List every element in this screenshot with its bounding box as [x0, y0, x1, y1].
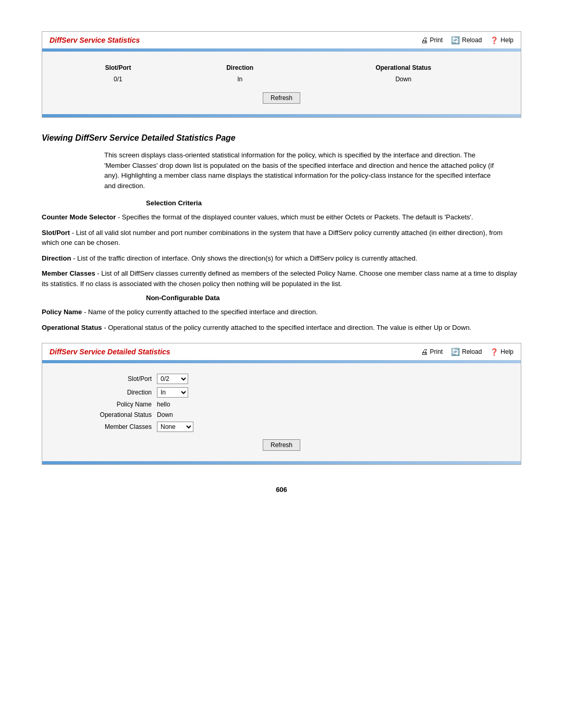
def-slot-port-term: Slot/Port	[42, 229, 70, 237]
panel1-title: DiffServ Service Statistics	[50, 36, 140, 44]
member-classes-value: None	[157, 422, 261, 432]
def-op-status: Operational Status - Operational status …	[42, 323, 521, 333]
section-description: This screen displays class-oriented stat…	[104, 150, 500, 191]
def-counter-mode-text: - Specifies the format of the displayed …	[116, 213, 473, 221]
def-policy-name: Policy Name - Name of the policy current…	[42, 307, 521, 317]
def-policy-name-text: - Name of the policy currently attached …	[82, 308, 317, 316]
panel1-help-label: Help	[500, 36, 513, 44]
non-configurable-heading: Non-Configurable Data	[146, 294, 521, 302]
cell-slot-port: 0/1	[58, 73, 178, 85]
stats-table: Slot/Port Direction Operational Status 0…	[58, 62, 505, 85]
panel1-reload-button[interactable]: Reload	[451, 36, 482, 44]
member-classes-label: Member Classes	[68, 423, 152, 430]
def-op-status-text: - Operational status of the policy curre…	[102, 324, 472, 331]
panel2-refresh-row: Refresh	[58, 439, 505, 451]
def-counter-mode-term: Counter Mode Selector	[42, 213, 116, 221]
panel2-content: Slot/Port 0/2 Direction In Policy Name h…	[42, 363, 521, 461]
slot-port-label: Slot/Port	[68, 375, 152, 382]
panel2-refresh-button[interactable]: Refresh	[263, 439, 300, 451]
section-container: Viewing DiffServ Service Detailed Statis…	[42, 133, 521, 332]
panel2-print-button[interactable]: Print	[421, 348, 443, 356]
col-operational-status: Operational Status	[301, 62, 505, 73]
def-slot-port-text: - List of all valid slot number and port…	[42, 229, 503, 247]
panel2-help-label: Help	[500, 348, 513, 355]
def-slot-port: Slot/Port - List of all valid slot numbe…	[42, 228, 521, 248]
policy-name-value: hello	[157, 401, 261, 408]
selection-criteria-heading: Selection Criteria	[146, 199, 521, 207]
reload-icon2	[451, 348, 460, 356]
operational-status-label: Operational Status	[68, 411, 152, 418]
def-member-classes-term: Member Classes	[42, 269, 95, 277]
panel1-help-button[interactable]: Help	[490, 36, 513, 44]
policy-name-label: Policy Name	[68, 401, 152, 408]
panel1-blue-bar-bottom	[42, 114, 521, 117]
def-op-status-term: Operational Status	[42, 324, 102, 331]
panel2-blue-bar-bottom	[42, 461, 521, 464]
operational-status-value: Down	[157, 411, 261, 418]
direction-label: Direction	[68, 389, 152, 396]
direction-select[interactable]: In	[157, 387, 188, 398]
help-icon	[490, 36, 498, 44]
panel2-title: DiffServ Service Detailed Statistics	[50, 348, 170, 356]
def-direction: Direction - List of the traffic directio…	[42, 253, 521, 264]
def-policy-name-term: Policy Name	[42, 308, 82, 316]
panel1-print-button[interactable]: Print	[421, 36, 443, 44]
reload-icon	[451, 36, 460, 44]
panel2-header: DiffServ Service Detailed Statistics Pri…	[42, 343, 521, 360]
panel1-refresh-row: Refresh	[58, 92, 505, 104]
panel2-reload-label: Reload	[462, 348, 482, 355]
def-member-classes: Member Classes - List of all DiffServ cl…	[42, 268, 521, 289]
print-icon	[421, 36, 428, 44]
cell-direction: In	[178, 73, 302, 85]
cell-op-status: Down	[301, 73, 505, 85]
def-direction-term: Direction	[42, 254, 71, 262]
table-row: 0/1 In Down	[58, 73, 505, 85]
panel2-print-label: Print	[430, 348, 443, 355]
direction-value: In	[157, 387, 261, 398]
panel1-toolbar: Print Reload Help	[421, 36, 513, 44]
panel2: DiffServ Service Detailed Statistics Pri…	[42, 343, 521, 465]
slot-port-value: 0/2	[157, 374, 261, 384]
print-icon2	[421, 348, 428, 356]
col-slot-port: Slot/Port	[58, 62, 178, 73]
help-icon2	[490, 348, 498, 356]
section-heading: Viewing DiffServ Service Detailed Statis…	[42, 133, 521, 143]
panel1-print-label: Print	[430, 36, 443, 44]
slot-port-select[interactable]: 0/2	[157, 374, 188, 384]
panel2-form: Slot/Port 0/2 Direction In Policy Name h…	[68, 374, 505, 432]
col-direction: Direction	[178, 62, 302, 73]
page-number: 606	[42, 486, 521, 493]
member-classes-select[interactable]: None	[157, 422, 193, 432]
panel2-help-button[interactable]: Help	[490, 348, 513, 356]
def-counter-mode: Counter Mode Selector - Specifies the fo…	[42, 212, 521, 223]
panel1: DiffServ Service Statistics Print Reload…	[42, 31, 521, 118]
panel1-content: Slot/Port Direction Operational Status 0…	[42, 52, 521, 114]
panel2-toolbar: Print Reload Help	[421, 348, 513, 356]
panel1-reload-label: Reload	[462, 36, 482, 44]
panel2-reload-button[interactable]: Reload	[451, 348, 482, 356]
def-member-classes-text: - List of all DiffServ classes currently…	[42, 269, 517, 288]
panel1-refresh-button[interactable]: Refresh	[263, 92, 300, 104]
panel1-header: DiffServ Service Statistics Print Reload…	[42, 32, 521, 48]
def-direction-text: - List of the traffic direction of inter…	[71, 254, 417, 262]
